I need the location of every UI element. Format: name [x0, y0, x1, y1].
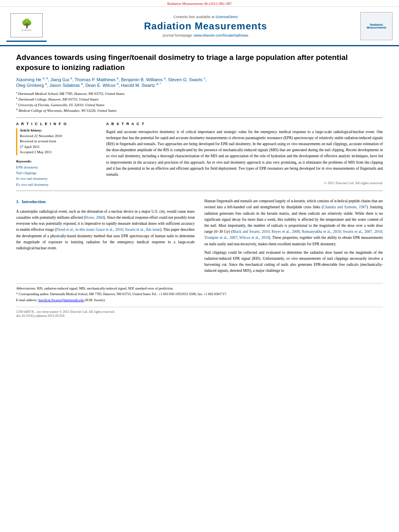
received-revised-label: Received in revised form — [20, 139, 97, 144]
intro-title: 1. Introduction — [16, 198, 195, 205]
elsevier-logo-box: 🌳 ELSEVIER — [10, 13, 43, 37]
homepage-link[interactable]: www.elsevier.com/locate/radmeas — [194, 33, 249, 37]
chandra-ref[interactable]: Chandra and Symons, 1987 — [323, 205, 366, 209]
footnotes: Abbreviations: RIS, radiation-induced si… — [16, 283, 383, 303]
affil-a: Dartmouth Medical School, HB 7785, Hanov… — [18, 92, 124, 96]
email-footnote: E-mail address: harold.m.Swartz@dartmout… — [16, 298, 383, 303]
article-history: Article history: Received 22 November 20… — [16, 128, 97, 155]
school-label: School — [78, 292, 87, 296]
email-link[interactable]: harold.m.Swartz@dartmouth.edu — [38, 298, 84, 302]
affil-c: University of Florida, Gainesville, FL 3… — [18, 103, 104, 107]
article-title: Advances towards using finger/toenail do… — [16, 53, 383, 72]
contents-available: Contents lists available at ScienceDirec… — [51, 15, 360, 19]
received-date: Received 22 November 2010 — [20, 134, 97, 139]
article-info-header: A R T I C L E I N F O — [16, 122, 97, 126]
howe-ref[interactable]: Howe, 2004 — [85, 216, 104, 220]
copyright: © 2011 Elsevier Ltd. All rights reserved… — [106, 181, 383, 185]
intro-num: 1. — [16, 199, 19, 204]
reyes-ref[interactable]: Reyes et al., 2008 — [271, 230, 299, 234]
doi-line: doi:10.1016/j.radmeas.2011.05.016 — [16, 314, 383, 318]
affil-b: Dartmouth College, Hanover, NH 03755, Un… — [19, 97, 99, 101]
affil-d: Medical College of Wisconsin, Milwaukee,… — [19, 109, 117, 113]
main-content: Advances towards using finger/toenail do… — [0, 46, 399, 324]
intro-right-para-2: Nail clippings could be collected and ev… — [204, 250, 383, 274]
romanyukha-ref[interactable]: Romanyukha et al., 2010 — [302, 230, 341, 234]
swartz2-ref[interactable]: Swartz et al., 2007, 2010 — [343, 230, 382, 234]
abbreviations-footnote: Abbreviations: RIS, radiation-induced si… — [16, 286, 383, 291]
abstract-col: A B S T R A C T Rapid and accurate retro… — [106, 122, 383, 188]
black-ref[interactable]: Black and Swarts, 2010 — [232, 230, 269, 234]
journal-header: 🌳 ELSEVIER Contents lists available at S… — [0, 7, 399, 46]
intro-left-col: 1. Introduction A catastrophic radiologi… — [16, 198, 195, 276]
introduction-section: 1. Introduction A catastrophic radiologi… — [16, 198, 383, 276]
intro-label: Introduction — [22, 199, 46, 204]
wilcox-ref[interactable]: Wilcox et al., 2010 — [239, 236, 269, 240]
corresponding-label: Corresponding — [19, 292, 39, 296]
elsevier-tree-icon: 🌳 — [21, 19, 32, 28]
elsevier-label: ELSEVIER — [22, 29, 31, 31]
header-divider — [16, 117, 383, 118]
bottom-bar: 1350-4487/$ – see front matter © 2011 El… — [16, 307, 383, 318]
affiliations: a Dartmouth Medical School, HB 7785, Han… — [16, 91, 383, 113]
received-revised-date: 27 April 2011 — [20, 144, 97, 150]
intro-right-para-1: Human fingernails and toenails are compo… — [204, 198, 383, 247]
authors-line: Xiaoming He a, b, Jiang Gui a, Thomas P.… — [16, 76, 383, 87]
keyword-1: EPR dosimetry — [16, 164, 97, 170]
keywords-section: Keywords: EPR dosimetry Nail clippings I… — [16, 159, 97, 188]
article-info-col: A R T I C L E I N F O Article history: R… — [16, 122, 97, 188]
introduction-cols: 1. Introduction A catastrophic radiologi… — [16, 198, 383, 276]
keyword-2: Nail clippings — [16, 170, 97, 176]
corresponding-footnote: * Corresponding author. Dartmouth Medica… — [16, 292, 383, 297]
intro-right-col: Human fingernails and toenails are compo… — [204, 198, 383, 276]
that-word: that — [107, 234, 112, 238]
journal-center: Contents lists available at ScienceDirec… — [51, 15, 360, 37]
abstract-divider — [16, 191, 383, 191]
trompier-ref[interactable]: Trompier et al., 2007 — [204, 236, 237, 240]
history-label: Article history: — [20, 128, 97, 132]
abstract-text: Rapid and accurate retrospective dosimet… — [106, 129, 383, 178]
issn-line: 1350-4487/$ – see front matter © 2011 El… — [16, 310, 383, 314]
intro-para-1: A catastrophic radiological event, such … — [16, 209, 195, 251]
swartz-ref[interactable]: Swartz et al., this issue — [125, 228, 160, 232]
accepted-date: Accepted 2 May 2011 — [20, 150, 97, 155]
thumb-label: RadiationMeasurements — [366, 23, 386, 29]
journal-thumbnail: RadiationMeasurements — [360, 12, 393, 40]
flood-ref[interactable]: Flood et al., in this issue — [56, 228, 94, 232]
journal-reference: Radiation Measurements 46 (2011) 882–887 — [0, 0, 399, 7]
article-info-abstract: A R T I C L E I N F O Article history: R… — [16, 122, 383, 188]
keyword-3: In vivo nail dosimetry — [16, 176, 97, 181]
journal-title: Radiation Measurements — [51, 21, 360, 32]
elsevier-logo: 🌳 ELSEVIER — [6, 10, 47, 42]
sciencedirect-link[interactable]: ScienceDirect — [216, 15, 238, 19]
keywords-label: Keywords: — [16, 159, 97, 163]
abstract-header: A B S T R A C T — [106, 122, 383, 126]
journal-ref-text: Radiation Measurements 46 (2011) 882–887 — [167, 2, 232, 6]
keyword-4: Ex vivo nail dosimetry — [16, 182, 97, 187]
that-text: that — [122, 136, 128, 140]
grace-ref[interactable]: Grace et al., 2010 — [96, 228, 123, 232]
journal-homepage: journal homepage: www.elsevier.com/locat… — [51, 33, 360, 37]
